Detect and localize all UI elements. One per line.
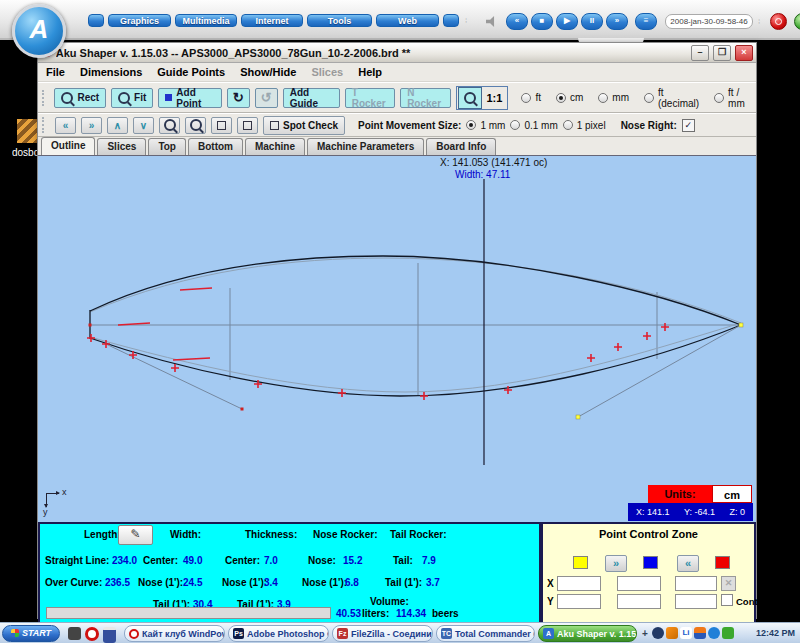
nose-right-checkbox[interactable] (682, 119, 695, 132)
unit-radio-ft-mm[interactable]: ft / mm (714, 87, 752, 109)
power-button[interactable] (770, 13, 787, 30)
control-point-cross[interactable] (338, 389, 346, 397)
unit-radio-mm[interactable]: mm (598, 92, 629, 103)
quick-launch-opera-icon[interactable] (85, 627, 99, 641)
size-radio-1pixel[interactable]: 1 pixel (563, 120, 606, 131)
taskbar-button-opera[interactable]: Кайт клуб WindPower Cl... (124, 625, 225, 642)
pcz-x-input-2[interactable] (617, 576, 661, 591)
unit-radio-cm[interactable]: cm (556, 92, 583, 103)
endpoint-handle-dot[interactable] (739, 323, 743, 327)
pcz-y-input-1[interactable] (557, 594, 601, 609)
shell-menu-tools[interactable]: Tools (307, 14, 372, 27)
tray-icon-2[interactable] (694, 627, 706, 639)
taskbar-button-photoshop[interactable]: Ps Adobe Photoshop CS3 E... (228, 625, 329, 642)
cont-checkbox[interactable] (721, 594, 733, 606)
tray-expand-button[interactable]: + (642, 628, 648, 639)
tab-board-info[interactable]: Board Info (426, 138, 496, 155)
pan-up-button[interactable]: ∧ (107, 117, 128, 134)
shell-cap-left[interactable] (88, 14, 104, 27)
shell-cap-right[interactable] (443, 14, 459, 27)
tray-icon-4[interactable] (722, 627, 734, 639)
pcz-y-input-2[interactable] (617, 594, 661, 609)
control-point-cross[interactable] (102, 340, 110, 348)
tray-icon-3[interactable] (708, 627, 720, 639)
pcz-x-input-1[interactable] (557, 576, 601, 591)
speaker-icon[interactable] (486, 16, 499, 27)
size-radio-1mm[interactable]: 1 mm (466, 120, 505, 131)
select-region-button-2[interactable] (237, 117, 258, 134)
quick-launch-save-icon[interactable] (103, 627, 116, 643)
zoom-in-button[interactable] (159, 117, 180, 134)
zoom-out-button[interactable] (185, 117, 206, 134)
pan-right-button[interactable]: » (81, 117, 102, 134)
media-next-button[interactable]: » (606, 13, 628, 30)
edit-dimensions-button[interactable]: ✎ (118, 525, 153, 545)
control-point-cross[interactable] (87, 334, 95, 342)
prev-point-button[interactable]: « (677, 555, 699, 572)
control-point-dot[interactable] (89, 324, 92, 327)
shell-menu-internet[interactable]: Internet (241, 14, 303, 27)
control-point-cross[interactable] (643, 332, 651, 340)
shell-menu-web[interactable]: Web (376, 14, 439, 27)
menu-dimensions[interactable]: Dimensions (80, 66, 142, 78)
control-point-cross[interactable] (171, 364, 179, 372)
tray-icon-pencil[interactable] (666, 627, 678, 639)
control-point-cross[interactable] (587, 354, 595, 362)
zoom-one-to-one-button[interactable] (458, 87, 482, 109)
taskbar-button-aku-shaper-active[interactable]: A Aku Shaper v. 1.15.03 --... (538, 625, 637, 642)
menu-help[interactable]: Help (358, 66, 382, 78)
media-stop-button[interactable]: ■ (531, 13, 553, 30)
rect-zoom-button[interactable]: Rect (54, 88, 106, 108)
tray-icon-li[interactable]: Li (680, 627, 692, 639)
control-point-cross[interactable] (614, 343, 622, 351)
toolbar-drag-handle[interactable] (42, 117, 48, 133)
pan-left-button[interactable]: « (55, 117, 76, 134)
pan-down-button[interactable]: ∨ (133, 117, 154, 134)
add-point-button[interactable]: Add Point (158, 88, 222, 108)
window-titlebar[interactable]: ♨ Aku Shaper v. 1.15.03 -- APS3000_APS30… (38, 43, 756, 63)
tab-outline[interactable]: Outline (41, 137, 95, 155)
close-button[interactable]: × (735, 45, 753, 61)
nose-control-handle[interactable] (578, 325, 741, 417)
taskbar-button-total-commander[interactable]: TC Total Commander 6.54a ... (436, 625, 535, 642)
select-region-button[interactable] (211, 117, 232, 134)
taskbar-button-filezilla[interactable]: Fz FileZilla - Соединились с... (332, 625, 433, 642)
tab-bottom[interactable]: Bottom (188, 138, 243, 155)
board-design-canvas[interactable]: X: 141.053 (141.471 oc) Width: 47.11 x y… (38, 155, 756, 522)
media-play-button[interactable]: ▶ (556, 13, 578, 30)
unit-radio-ft[interactable]: ft (521, 92, 541, 103)
add-guide-button[interactable]: Add Guide (283, 88, 340, 108)
control-point-dot[interactable] (241, 408, 244, 411)
maximize-button[interactable]: ❒ (713, 45, 731, 61)
unit-radio-ft-decimal[interactable]: ft (decimal) (644, 87, 699, 109)
tab-slices[interactable]: Slices (97, 138, 146, 155)
shell-menu-graphics[interactable]: Graphics (108, 14, 171, 27)
pcz-y-input-3[interactable] (675, 594, 717, 609)
menu-guide-points[interactable]: Guide Points (157, 66, 225, 78)
tray-icon-1[interactable] (652, 627, 664, 639)
menu-file[interactable]: File (46, 66, 65, 78)
aston-logo[interactable]: A (12, 4, 66, 58)
media-menu-button[interactable]: ≡ (635, 13, 657, 30)
tab-top[interactable]: Top (148, 138, 186, 155)
start-button[interactable]: START (2, 625, 60, 642)
control-point-cross[interactable] (661, 323, 669, 331)
quick-launch-grab-icon[interactable] (68, 627, 81, 640)
board-outline-top[interactable] (90, 256, 741, 325)
toolbar-drag-handle[interactable] (42, 90, 47, 106)
rotate-button[interactable]: ↻ (227, 88, 250, 108)
minimize-button[interactable]: – (691, 45, 709, 61)
media-pause-button[interactable]: II (581, 13, 603, 30)
tab-machine-parameters[interactable]: Machine Parameters (307, 138, 424, 155)
size-radio-01mm[interactable]: 0.1 mm (510, 120, 557, 131)
fit-zoom-button[interactable]: Fit (111, 88, 153, 108)
spot-check-button[interactable]: Spot Check (263, 116, 345, 135)
pcz-x-input-3[interactable] (675, 576, 717, 591)
media-prev-button[interactable]: « (506, 13, 528, 30)
control-point-cross[interactable] (420, 392, 428, 400)
tail-control-handle[interactable] (106, 344, 242, 409)
shell-menu-multimedia[interactable]: Multimedia (175, 14, 237, 27)
shell-green-button[interactable] (794, 13, 800, 30)
endpoint-handle-dot[interactable] (576, 415, 580, 419)
tab-machine[interactable]: Machine (245, 138, 305, 155)
